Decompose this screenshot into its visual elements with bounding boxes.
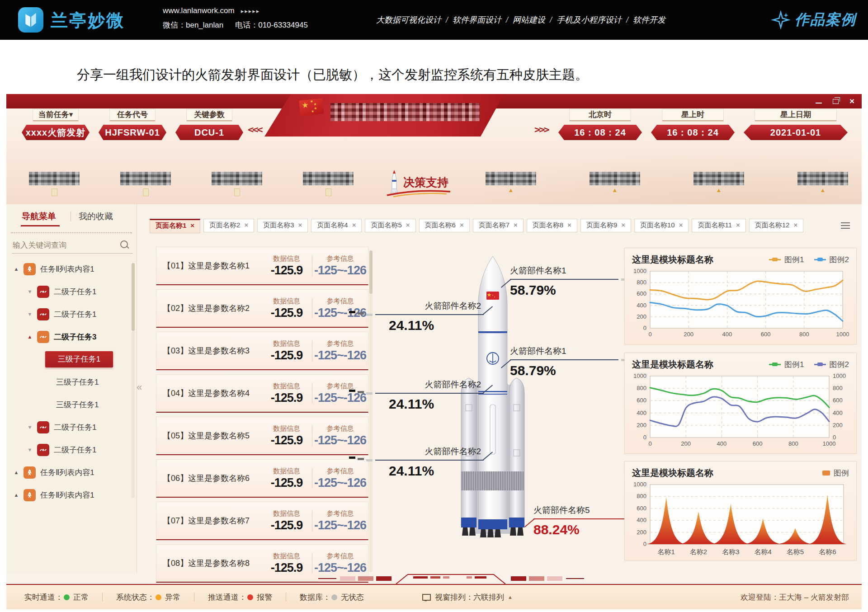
parameter-card[interactable]: 【03】这里是参数名称3数据信息-125.9参考信息-125~-126 xyxy=(156,332,368,370)
tab-close-icon[interactable]: × xyxy=(736,221,740,229)
window-minimize-button[interactable] xyxy=(816,103,822,104)
parameter-card[interactable]: 【04】这里是参数名称4数据信息-125.9参考信息-125~-126 xyxy=(156,374,368,413)
expand-arrow-icon[interactable]: ▼ xyxy=(26,289,33,294)
status-dot-icon xyxy=(64,594,70,600)
sidebar-tab-nav-menu[interactable]: 导航菜单 xyxy=(22,211,56,222)
china-flag-icon: ★★★★★ xyxy=(299,98,324,116)
tree-item[interactable]: ▲任务Ⅱ列表内容1 xyxy=(6,484,134,506)
page-tab[interactable]: 页面名称11× xyxy=(692,219,745,232)
tree-item[interactable]: ▲任务Ⅱ列表内容1 xyxy=(6,258,134,280)
parameter-card[interactable]: 【06】这里是参数名称6数据信息-125.9参考信息-125~-126 xyxy=(156,459,368,498)
tab-close-icon[interactable]: × xyxy=(514,221,518,229)
tab-close-icon[interactable]: × xyxy=(567,221,571,229)
tab-close-icon[interactable]: × xyxy=(298,221,302,229)
tab-close-icon[interactable]: × xyxy=(244,221,248,229)
expand-arrow-icon[interactable]: ▼ xyxy=(26,424,33,430)
tree-item[interactable]: ▼二级子任务1 xyxy=(6,416,134,438)
satellite-icon xyxy=(37,308,49,320)
collapse-arrow-icon[interactable]: ▲ xyxy=(13,470,20,475)
redacted-nav-item[interactable]: ▲ xyxy=(485,172,537,193)
sidebar-scrollbar-thumb[interactable] xyxy=(132,263,135,331)
svg-text:400: 400 xyxy=(717,440,727,447)
tab-close-icon[interactable]: × xyxy=(621,221,625,229)
field-label[interactable]: 关键参数 xyxy=(187,109,232,121)
parameter-card[interactable]: 【07】这里是参数名称7数据信息-125.9参考信息-125~-126 xyxy=(156,502,368,540)
search-input[interactable] xyxy=(12,238,133,254)
parameter-card[interactable]: 【05】这里是参数名称5数据信息-125.9参考信息-125~-126 xyxy=(156,417,368,455)
tree-item-label: 任务Ⅱ列表内容1 xyxy=(40,467,94,478)
collapse-arrow-icon[interactable]: ▲ xyxy=(13,492,20,498)
tree-item-label[interactable]: 三级子任务1 xyxy=(56,400,99,410)
left-arrows-icon: <<< xyxy=(248,124,262,135)
site-nav-item[interactable]: 软件开发 xyxy=(633,15,665,24)
page-tab-label: 页面名称6 xyxy=(425,221,456,229)
redacted-nav-item[interactable]: ▲ xyxy=(797,172,849,193)
tree-item[interactable]: 三级子任务1 xyxy=(6,393,134,416)
tab-close-icon[interactable]: × xyxy=(793,221,797,229)
page-tab[interactable]: 页面名称4× xyxy=(311,219,362,232)
window-layout-selector[interactable]: 视窗排列：六联排列 ▲ xyxy=(422,592,513,603)
redacted-nav-item[interactable] xyxy=(302,172,354,196)
tree-item[interactable]: 三级子任务1 xyxy=(6,371,134,393)
field-label[interactable]: 星上时 xyxy=(662,109,723,121)
svg-text:0: 0 xyxy=(648,331,651,338)
tab-close-icon[interactable]: × xyxy=(679,221,683,229)
page-tab-label: 页面名称1 xyxy=(156,221,186,229)
nav-item-decision-support[interactable]: 决策支持 xyxy=(378,169,455,200)
tree-item-selected[interactable]: 三级子任务1 xyxy=(45,351,113,367)
tab-close-icon[interactable]: × xyxy=(190,221,194,229)
site-nav-item[interactable]: 手机及小程序设计 xyxy=(557,15,622,24)
svg-text:400: 400 xyxy=(637,410,646,416)
callout-line xyxy=(375,460,484,461)
page-tab[interactable]: 页面名称12× xyxy=(749,219,803,232)
tree-item[interactable]: ▼二级子任务1 xyxy=(6,280,134,303)
field-label[interactable]: 任务代号 xyxy=(110,109,155,121)
sidebar-collapse-handle[interactable]: « xyxy=(137,381,142,393)
tree-item[interactable]: 三级子任务1 xyxy=(6,348,134,371)
parameter-card[interactable]: 【02】这里是参数名称2数据信息-125.9参考信息-125~-126 xyxy=(156,289,368,328)
tree-item[interactable]: ▲二级子任务3 xyxy=(6,325,134,348)
field-label[interactable]: 当前任务▾ xyxy=(33,109,78,121)
parameter-card[interactable]: 【01】这里是参数名称1数据信息-125.9参考信息-125~-126 xyxy=(156,247,368,285)
tab-close-icon[interactable]: × xyxy=(460,221,464,229)
redacted-nav-item[interactable] xyxy=(28,172,80,196)
tree-item[interactable]: ▼二级子任务1 xyxy=(6,438,134,461)
expand-arrow-icon[interactable]: ▼ xyxy=(26,311,33,317)
website-link[interactable]: www.lanlanwork.com xyxy=(163,6,235,15)
parameter-data: 数据信息-125.9 xyxy=(261,382,312,405)
field-label[interactable]: 星上日期 xyxy=(755,109,836,121)
deco-trapezoid xyxy=(394,573,507,584)
site-nav-item[interactable]: 网站建设 xyxy=(513,15,545,24)
line-chart-plot: 0020020040040060060080080010001000020040… xyxy=(630,372,849,449)
tab-close-icon[interactable]: × xyxy=(406,221,410,229)
site-nav-item[interactable]: 大数据可视化设计 xyxy=(376,15,441,24)
field-label[interactable]: 北京时 xyxy=(570,109,631,121)
collapse-arrow-icon[interactable]: ▲ xyxy=(26,334,33,339)
tree-item[interactable]: ▲任务Ⅱ列表内容1 xyxy=(6,461,134,484)
redacted-nav-item[interactable]: ▲ xyxy=(589,172,641,193)
module-card-peak-chart: 这里是模块标题名称图例02004006008001000名称1名称2名称3名称4… xyxy=(624,461,857,560)
nav-separator: / xyxy=(446,15,448,24)
sidebar-tab-favorites[interactable]: 我的收藏 xyxy=(79,211,113,222)
page-tab[interactable]: 页面名称1× xyxy=(150,219,200,233)
search-icon[interactable] xyxy=(120,240,128,248)
page-tab[interactable]: 页面名称3× xyxy=(257,219,308,232)
expand-arrow-icon[interactable]: ▼ xyxy=(26,447,33,452)
window-restore-button[interactable] xyxy=(833,99,839,104)
site-nav-item[interactable]: 软件界面设计 xyxy=(453,15,501,24)
tab-close-icon[interactable]: × xyxy=(352,221,356,229)
redacted-nav-item[interactable] xyxy=(211,172,263,196)
tree-item-label[interactable]: 三级子任务1 xyxy=(56,377,99,387)
tree-item[interactable]: ▼二级子任务1 xyxy=(6,303,134,325)
part-value: 24.11% xyxy=(375,396,484,412)
portfolio-link[interactable]: 作品案例 xyxy=(771,10,856,30)
window-close-button[interactable]: × xyxy=(849,98,854,105)
tabs-menu-icon[interactable] xyxy=(841,222,850,231)
parameter-data: 数据信息-125.9 xyxy=(261,509,312,532)
redacted-nav-item[interactable] xyxy=(119,172,172,196)
intro-title: 分享一组我们设计的火箭发射界面设计（已脱敏），这个发射监控系统有五种皮肤主题。 xyxy=(77,66,588,84)
page-tab[interactable]: 页面名称10× xyxy=(634,219,689,232)
page-tab[interactable]: 页面名称2× xyxy=(203,219,254,232)
redacted-nav-item[interactable]: ▲ xyxy=(693,172,745,193)
collapse-arrow-icon[interactable]: ▲ xyxy=(13,266,20,272)
